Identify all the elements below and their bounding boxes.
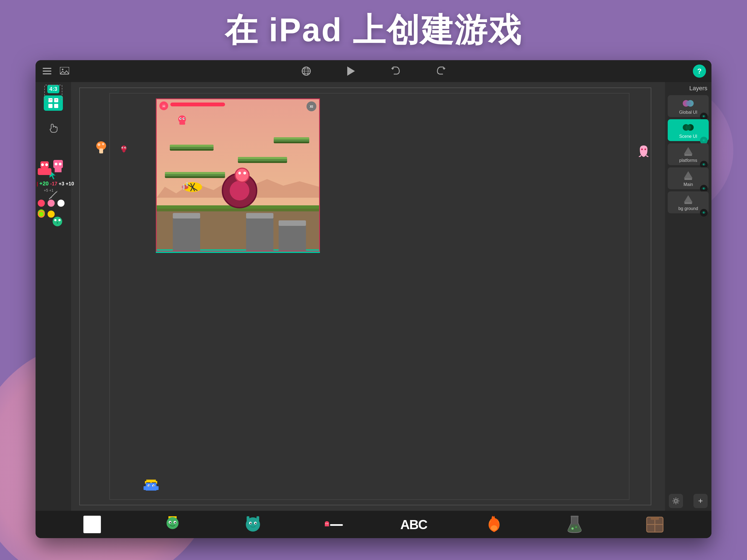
svg-point-37 [186,182,188,186]
bottom-item-green-char[interactable] [163,515,182,534]
svg-point-102 [575,526,577,528]
small-enemy-1 [120,145,128,154]
top-toolbar: ? [35,60,712,82]
pink-ball-enemy [235,168,250,183]
play-icon[interactable] [345,65,357,77]
layer-scene-ui[interactable]: Scene UI 👁 [668,119,709,141]
damage-numbers: | +20 -17 +3 +10 [36,180,74,187]
green-char-sprite [163,515,182,534]
bottom-item-white-block[interactable] [83,515,102,534]
svg-rect-58 [156,486,159,490]
svg-point-26 [59,163,61,166]
svg-rect-54 [146,483,156,490]
game-viewport: ☠ XI [156,98,320,252]
sidebar-bottom-controls: + [668,494,709,508]
layer-scene-ui-icon [681,121,695,133]
svg-point-47 [102,143,104,145]
layer-global-ui-icon [681,97,695,109]
svg-point-73 [686,125,691,130]
bottom-item-abc[interactable]: ABC [404,515,423,534]
layer-platforms[interactable]: platforms 👁 [668,143,709,165]
layer-scene-ui-label: Scene UI [679,134,697,139]
svg-rect-2 [43,73,51,74]
svg-point-38 [178,116,186,123]
svg-point-46 [98,143,100,146]
globe-icon[interactable] [300,65,312,77]
menu-icon[interactable] [41,65,53,77]
stone-pillar-1 [173,213,200,251]
svg-point-80 [674,500,677,502]
svg-point-61 [149,485,150,486]
svg-rect-77 [685,178,692,180]
svg-rect-43 [179,122,185,125]
platform-2 [238,157,287,163]
svg-point-86 [175,522,176,524]
orange-mushroom-char [96,141,107,156]
svg-point-62 [153,485,154,486]
svg-point-97 [328,524,328,524]
pillar-cap-2 [246,213,274,219]
bottom-item-orange-fire[interactable] [485,515,504,534]
canvas-area: ☠ XI [71,82,665,511]
pillar-cap-1 [173,213,200,219]
app-window: ? 4:3 [35,60,712,538]
svg-point-25 [55,163,57,166]
stone-pillar-2 [246,213,274,251]
abc-label: ABC [400,517,427,532]
teal-char-sprite [243,515,262,534]
color-white[interactable] [57,200,65,207]
svg-rect-0 [43,68,51,69]
bee-character [181,181,204,193]
svg-point-67 [125,147,126,148]
color-pink[interactable] [48,200,55,207]
layer-main[interactable]: Main 👁 [668,167,709,189]
page-title: 在 iPad 上创建游戏 [0,8,747,53]
svg-marker-74 [684,147,693,154]
monster-inner [230,181,249,200]
redo-icon[interactable] [435,65,447,77]
layer-bg-ground[interactable]: bg ground 👁 [668,192,709,213]
svg-point-96 [326,524,327,524]
svg-point-70 [686,101,691,106]
add-layer-button[interactable]: + [693,494,707,508]
bottom-item-box[interactable] [645,515,664,534]
ring-orange[interactable] [38,210,45,218]
svg-rect-75 [685,154,692,156]
flask-sprite [565,515,584,534]
layer-bg-ground-eye[interactable]: 👁 [700,209,707,217]
svg-rect-92 [247,516,249,521]
svg-point-27 [53,217,62,226]
svg-rect-79 [685,202,692,204]
orange-fire-sprite [485,515,504,534]
svg-line-17 [49,192,57,199]
svg-point-90 [250,523,252,524]
settings-button[interactable] [669,494,683,508]
enemy-eye-2 [243,172,246,174]
box-sprite [645,515,664,534]
layer-platforms-label: platforms [679,158,697,163]
layer-global-ui[interactable]: Global UI 👁 [668,95,709,117]
svg-point-66 [123,147,123,148]
platform-3 [274,137,309,143]
pixel-char-1 [38,161,51,175]
svg-rect-14 [54,104,58,108]
image-icon[interactable] [58,65,71,77]
pillar-cap-3 [279,221,306,226]
help-button[interactable]: ? [693,65,706,78]
hand-tool[interactable] [44,121,63,136]
damage-sub: +5 +1 [44,188,54,193]
bottom-item-teal-char[interactable] [243,515,262,534]
undo-icon[interactable] [390,65,402,77]
svg-rect-45 [99,149,103,153]
layer-main-icon [681,170,695,182]
svg-rect-93 [256,516,259,521]
color-red[interactable] [38,200,45,207]
svg-point-41 [180,118,181,119]
svg-marker-76 [684,171,693,178]
right-sidebar: Layers Global UI 👁 Scene [665,82,712,511]
close-badge[interactable]: XI [307,101,316,111]
abc-sprite: ABC [404,515,423,534]
white-block-sprite [83,515,102,534]
bottom-item-flask[interactable] [565,515,584,534]
bottom-item-red-ghost[interactable] [324,515,343,534]
